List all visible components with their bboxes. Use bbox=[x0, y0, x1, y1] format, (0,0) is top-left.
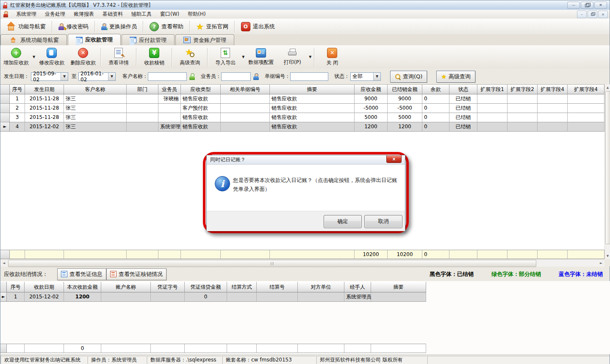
delete-receivable-button[interactable]: ✕ 删除应收款 bbox=[67, 47, 99, 68]
column-header[interactable]: 余款 bbox=[422, 85, 449, 94]
chevron-down-icon[interactable]: ▼ bbox=[108, 73, 115, 80]
exit-button[interactable]: O 退出系统 bbox=[235, 20, 281, 33]
totals-cell bbox=[371, 344, 426, 353]
advanced-query-button[interactable]: ★ 高级查询 bbox=[174, 47, 205, 68]
column-header[interactable]: 序号 bbox=[7, 282, 25, 292]
column-header[interactable]: 扩展字段4 bbox=[568, 85, 604, 94]
menu-business[interactable]: 业务处理 bbox=[41, 10, 69, 19]
tab-nav-window[interactable]: 系统功能导航窗 bbox=[0, 34, 67, 45]
table-cell: 9000 bbox=[388, 94, 422, 104]
column-header[interactable]: 对方单位 bbox=[298, 282, 344, 292]
change-password-button[interactable]: 修改密码 bbox=[53, 20, 94, 33]
help-button[interactable]: ? 查看帮助 bbox=[144, 20, 189, 33]
menu-reports[interactable]: 账簿报表 bbox=[69, 10, 98, 19]
tab-payables[interactable]: 应付款管理 bbox=[122, 34, 175, 45]
close-tab-button[interactable]: ✕ 关 闭 bbox=[316, 47, 348, 68]
receipt-writeoff-button[interactable]: ¥ 收款核销 bbox=[139, 47, 170, 68]
add-receivable-button[interactable]: + 增加应收款 bbox=[0, 47, 32, 68]
column-header[interactable]: 凭证借贷金额 bbox=[185, 282, 227, 292]
table-row[interactable]: ►12015-12-0212000系统管理员 bbox=[0, 292, 426, 302]
table-cell: 0 bbox=[422, 104, 449, 113]
table-row[interactable]: ►42015-12-02张三系统管理员销售应收款销售应收款120012000已结… bbox=[0, 122, 604, 132]
column-header[interactable]: 业务员 bbox=[158, 85, 181, 94]
column-header[interactable]: 结算号 bbox=[257, 282, 298, 292]
chevron-down-icon[interactable]: ▼ bbox=[61, 73, 68, 80]
scroll-right-icon[interactable]: ► bbox=[598, 260, 604, 266]
column-header[interactable]: 已结销金额 bbox=[388, 85, 422, 94]
column-header[interactable]: 发生日期 bbox=[25, 85, 64, 94]
customer-picker-icon[interactable] bbox=[189, 73, 195, 80]
import-export-button[interactable]: ⇅ 导入导出 bbox=[210, 47, 241, 68]
column-header[interactable]: 序号 bbox=[10, 85, 25, 94]
date-to-combo[interactable]: 2016-01-02 ▼ bbox=[78, 72, 116, 81]
salesman-picker-icon[interactable] bbox=[253, 73, 259, 80]
mdi-restore-button[interactable] bbox=[588, 11, 597, 18]
mdi-minimize-button[interactable]: – bbox=[577, 11, 587, 18]
mdi-close-button[interactable]: × bbox=[598, 11, 608, 18]
close-button[interactable]: ✕ bbox=[594, 2, 607, 9]
website-button[interactable]: ★ 亚拓官网 bbox=[190, 20, 234, 33]
column-header[interactable]: 应收类型 bbox=[181, 85, 221, 94]
menu-help[interactable]: 帮助(H) bbox=[183, 10, 210, 19]
chevron-down-icon[interactable]: ▼ bbox=[373, 73, 380, 80]
view-voucher-button[interactable]: 查看凭证信息 bbox=[57, 268, 106, 280]
data-config-button[interactable]: 数据项配置 bbox=[245, 47, 277, 68]
edit-receivable-button[interactable]: 修改应收款 bbox=[36, 47, 67, 68]
horizontal-scrollbar[interactable]: ◄ ► bbox=[0, 259, 604, 267]
tab-label: 应收款管理 bbox=[85, 36, 113, 44]
scroll-left-icon[interactable]: ◄ bbox=[0, 260, 7, 266]
view-voucher-verify-button[interactable]: 查看凭证核销情况 bbox=[106, 268, 166, 280]
status-copyright: 郑州亚拓软件科技有限公司 版权所有 bbox=[316, 356, 427, 364]
docno-input[interactable] bbox=[290, 72, 328, 81]
customer-input[interactable] bbox=[148, 72, 187, 81]
restore-button[interactable] bbox=[581, 2, 593, 9]
menu-basedata[interactable]: 基础资料 bbox=[98, 10, 127, 19]
dialog-close-button[interactable]: x bbox=[386, 155, 402, 163]
column-header[interactable]: 经手人 bbox=[344, 282, 371, 292]
column-header[interactable]: 本次收款金额 bbox=[64, 282, 101, 292]
column-header[interactable]: 摘要 bbox=[371, 282, 426, 292]
column-header[interactable]: 摘要 bbox=[270, 85, 355, 94]
salesman-input[interactable] bbox=[221, 72, 251, 81]
print-dropdown-arrow[interactable]: ▼ bbox=[309, 55, 311, 59]
column-header[interactable]: 客户名称 bbox=[64, 85, 127, 94]
print-button[interactable]: 打印(P) bbox=[277, 47, 308, 68]
column-header[interactable]: 扩展字段4 bbox=[538, 85, 568, 94]
column-header[interactable]: 状态 bbox=[449, 85, 477, 94]
switch-operator-button[interactable]: ↻ 更换操作员 bbox=[95, 20, 143, 33]
adv-query-button[interactable]: ★ 高级查询 bbox=[436, 71, 475, 83]
nav-window-button[interactable]: 功能导航窗 bbox=[0, 20, 52, 33]
column-header[interactable]: 应收金额 bbox=[355, 85, 388, 94]
menu-tools[interactable]: 辅助工具 bbox=[127, 10, 156, 19]
status-combo[interactable]: 全部 ▼ bbox=[350, 72, 381, 81]
import-export-dropdown-arrow[interactable]: ▼ bbox=[242, 55, 244, 59]
table-row[interactable]: 12015-11-28张三张晓楠销售应收款销售应收款900090000已结销 bbox=[0, 94, 604, 104]
totals-cell bbox=[7, 344, 25, 353]
column-header[interactable]: 账户名称 bbox=[101, 282, 151, 292]
column-header[interactable]: 凭证字号 bbox=[151, 282, 185, 292]
menu-window[interactable]: 窗口(W) bbox=[156, 10, 183, 19]
tab-cash-accounts[interactable]: 资金账户管理 bbox=[175, 34, 234, 45]
column-header[interactable]: 收款日期 bbox=[25, 282, 64, 292]
minimize-button[interactable]: — bbox=[567, 2, 580, 9]
scroll-up-icon[interactable]: ▲ bbox=[605, 84, 610, 91]
hscroll-thumb[interactable] bbox=[8, 260, 536, 267]
column-header[interactable]: 扩展字段2 bbox=[507, 85, 538, 94]
vertical-scrollbar[interactable]: ▲ ▼ bbox=[604, 84, 610, 259]
ok-button[interactable]: 确定 bbox=[324, 215, 362, 228]
cancel-button[interactable]: 取消 bbox=[364, 215, 402, 228]
vscroll-thumb[interactable] bbox=[605, 91, 610, 244]
tab-receivables[interactable]: 应收款管理 bbox=[68, 34, 121, 45]
add-dropdown-arrow[interactable]: ▼ bbox=[33, 55, 35, 59]
table-row[interactable]: 22015-11-28张三客户预付款销售应收款-5000-50000已结销 bbox=[0, 104, 604, 113]
date-from-combo[interactable]: 2015-09-02 ▼ bbox=[31, 72, 68, 81]
scroll-down-icon[interactable]: ▼ bbox=[605, 253, 610, 259]
column-header[interactable]: 相关单据编号 bbox=[221, 85, 270, 94]
view-detail-button[interactable]: 查看详情 bbox=[103, 47, 134, 68]
menu-system[interactable]: 系统管理 bbox=[12, 10, 41, 19]
column-header[interactable]: 扩展字段1 bbox=[477, 85, 507, 94]
column-header[interactable]: 结算方式 bbox=[227, 282, 257, 292]
column-header[interactable]: 部门 bbox=[127, 85, 158, 94]
table-row[interactable]: 32015-11-28张三销售应收款销售应收款500050000已结销 bbox=[0, 113, 604, 122]
query-button[interactable]: 查询(Q) bbox=[390, 71, 427, 83]
